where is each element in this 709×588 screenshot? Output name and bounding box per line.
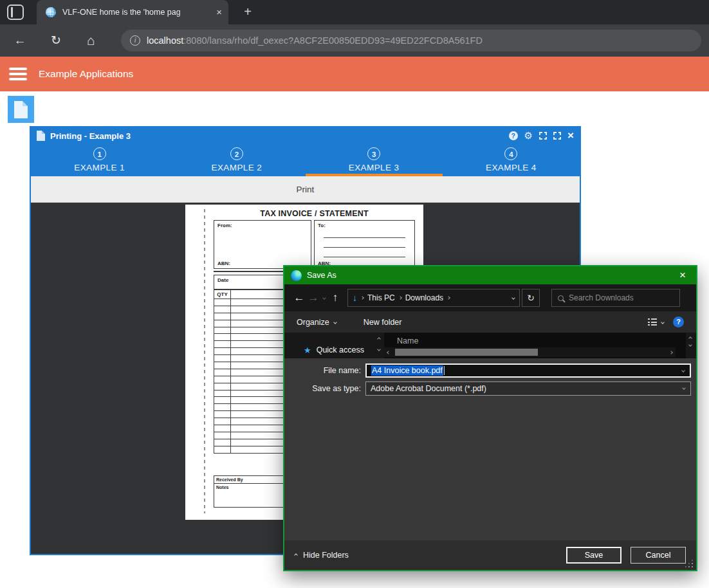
- address-bar[interactable]: i localhost:8080/lansa/rho/df_oexec?A8CF…: [121, 30, 701, 51]
- print-button[interactable]: Print: [31, 176, 580, 203]
- history-dropdown-icon[interactable]: [322, 296, 326, 300]
- horizontal-scrollbar[interactable]: [384, 347, 676, 357]
- view-options-button[interactable]: [648, 318, 664, 326]
- qty-cell: [214, 334, 231, 340]
- search-box[interactable]: Search Downloads: [551, 289, 680, 307]
- qty-cell: [214, 418, 231, 425]
- list-scroll-down-icon[interactable]: [688, 343, 692, 347]
- maximize-icon[interactable]: [539, 132, 547, 140]
- document-tile-icon[interactable]: [8, 96, 34, 123]
- qty-cell: [214, 425, 231, 432]
- nav-forward-icon: →: [306, 291, 320, 304]
- text-caret: [444, 366, 445, 375]
- tab-label: EXAMPLE 3: [349, 163, 400, 172]
- tab-label: EXAMPLE 4: [486, 163, 537, 172]
- save-as-type-label: Save as type:: [284, 384, 365, 393]
- nav-up-icon[interactable]: ↑: [328, 291, 342, 304]
- breadcrumb-item[interactable]: This PC: [367, 293, 395, 302]
- save-as-type-select[interactable]: Adobe Acrobat Document (*.pdf): [365, 381, 691, 396]
- file-list[interactable]: Name: [384, 333, 686, 358]
- app-header: Example Applications: [0, 57, 709, 91]
- breadcrumb-item[interactable]: Downloads: [405, 293, 443, 302]
- to-writing-line: [324, 247, 405, 248]
- list-scroll-up-icon[interactable]: [688, 336, 692, 340]
- back-icon[interactable]: ←: [12, 24, 28, 57]
- url-host: localhost: [147, 35, 183, 46]
- pane-scrollbar[interactable]: [375, 333, 384, 358]
- tab-number-badge: 2: [230, 147, 243, 160]
- folder-refresh-icon[interactable]: ↻: [522, 289, 540, 307]
- qty-cell: [214, 404, 231, 410]
- tab-close-icon[interactable]: ×: [216, 0, 222, 24]
- window-help-icon[interactable]: ?: [509, 131, 518, 140]
- qty-cell: [214, 383, 231, 390]
- tab-label: EXAMPLE 2: [212, 163, 262, 172]
- received-by-label: Received By: [216, 477, 243, 482]
- qty-cell: [214, 376, 231, 383]
- qty-cell: [214, 411, 231, 418]
- to-writing-line: [324, 237, 405, 238]
- address-breadcrumb-box[interactable]: ↓ This PCDownloads: [347, 289, 520, 307]
- pane-scroll-down-icon[interactable]: [377, 347, 381, 351]
- search-icon: [558, 295, 564, 301]
- active-tab-underline: [306, 174, 443, 176]
- dialog-fields: File name: A4 Invoice book.pdf Save as t…: [284, 358, 696, 400]
- qty-cell: [214, 327, 231, 334]
- scroll-right-icon[interactable]: [669, 351, 673, 354]
- scroll-left-icon[interactable]: [387, 351, 391, 354]
- site-info-icon[interactable]: i: [130, 35, 140, 46]
- restore-icon[interactable]: [553, 132, 561, 140]
- window-title: Printing - Example 3: [50, 131, 504, 141]
- window-close-icon[interactable]: ×: [567, 131, 574, 140]
- from-label: From:: [217, 223, 232, 228]
- refresh-icon[interactable]: ↻: [48, 24, 64, 57]
- dialog-help-button[interactable]: ?: [673, 317, 684, 327]
- browser-tab[interactable]: VLF-ONE home is the 'home pag ×: [37, 0, 228, 24]
- dialog-close-icon[interactable]: ×: [676, 270, 690, 280]
- edge-logo-icon: [291, 270, 302, 281]
- tab-number-badge: 1: [93, 147, 106, 160]
- view-dropdown-icon: [661, 320, 665, 324]
- new-tab-button[interactable]: +: [239, 0, 256, 24]
- new-folder-button[interactable]: New folder: [364, 318, 402, 327]
- pane-scroll-up-icon[interactable]: [377, 337, 381, 341]
- address-dropdown-icon[interactable]: [511, 296, 515, 300]
- file-name-input[interactable]: A4 Invoice book.pdf: [365, 363, 691, 378]
- save-as-type-dropdown-icon[interactable]: [682, 386, 686, 390]
- tab-actions-icon[interactable]: [7, 5, 24, 20]
- nav-back-icon[interactable]: ←: [292, 291, 306, 304]
- tab-example-4[interactable]: 4EXAMPLE 4: [443, 144, 580, 176]
- hamburger-menu-icon[interactable]: [9, 68, 27, 80]
- qty-cell: [214, 439, 231, 446]
- gear-icon[interactable]: ⚙: [524, 131, 533, 140]
- scrollbar-thumb[interactable]: [395, 349, 538, 356]
- globe-favicon-icon: [46, 7, 56, 17]
- search-placeholder: Search Downloads: [569, 293, 634, 302]
- home-icon[interactable]: ⌂: [82, 24, 99, 57]
- dialog-nav-row: ← → ↑ ↓ This PCDownloads ↻ Search Downlo…: [284, 284, 696, 311]
- file-name-dropdown-icon[interactable]: [681, 369, 685, 372]
- cancel-button[interactable]: Cancel: [631, 547, 686, 564]
- window-doc-icon: [37, 131, 45, 141]
- tab-example-3[interactable]: 3EXAMPLE 3: [306, 144, 443, 176]
- tear-off-dashed-line: [204, 209, 205, 513]
- url-text: localhost:8080/lansa/rho/df_oexec?A8CF2E…: [147, 35, 483, 46]
- breadcrumb-separator-icon: [398, 296, 402, 300]
- save-as-title: Save As: [307, 271, 670, 280]
- name-column-header[interactable]: Name: [397, 336, 418, 345]
- notes-label: Notes: [216, 485, 228, 490]
- save-button[interactable]: Save: [566, 547, 622, 564]
- dialog-bottom-bar: Hide Folders Save Cancel: [284, 540, 696, 570]
- qty-cell: [214, 446, 231, 453]
- resize-grip-icon[interactable]: [692, 566, 693, 567]
- tab-example-1[interactable]: 1EXAMPLE 1: [31, 144, 168, 176]
- hide-folders-button[interactable]: Hide Folders: [295, 551, 349, 560]
- quick-access-item[interactable]: Quick access: [317, 346, 364, 354]
- tab-number-badge: 3: [367, 147, 380, 160]
- tab-example-2[interactable]: 2EXAMPLE 2: [168, 144, 305, 176]
- dialog-toolbar: Organize New folder ?: [284, 311, 696, 333]
- file-name-label: File name:: [284, 366, 365, 375]
- qty-cell: [214, 313, 231, 320]
- vertical-scrollbar[interactable]: [686, 333, 696, 358]
- organize-menu[interactable]: Organize: [297, 318, 336, 327]
